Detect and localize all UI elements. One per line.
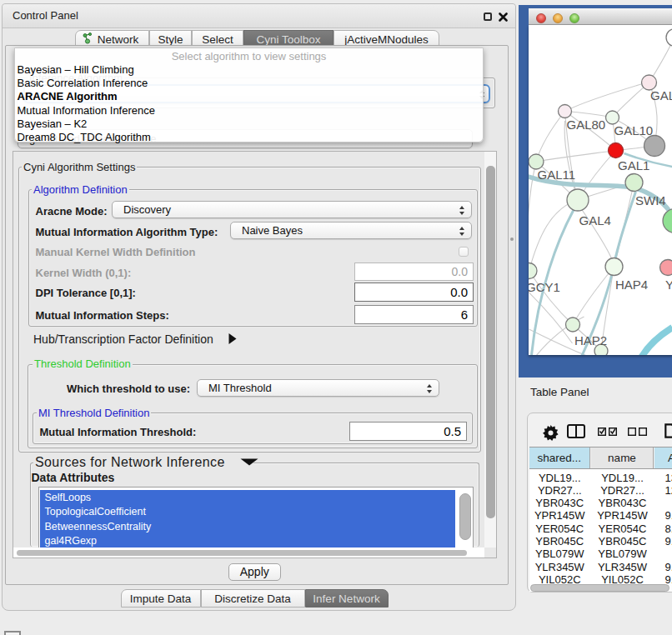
svg-text:HAP2: HAP2 xyxy=(574,333,607,348)
svg-text:GCY1: GCY1 xyxy=(529,280,560,294)
svg-text:GAL80: GAL80 xyxy=(566,118,605,132)
svg-text:GAL7: GAL7 xyxy=(650,88,672,102)
svg-text:Y: Y xyxy=(665,278,672,292)
svg-text:GAL11: GAL11 xyxy=(537,168,575,182)
svg-text:GAL10: GAL10 xyxy=(614,123,653,138)
svg-text:GAL4: GAL4 xyxy=(579,213,610,228)
svg-text:HAP4: HAP4 xyxy=(615,278,648,292)
svg-text:SWI4: SWI4 xyxy=(635,193,666,208)
svg-text:GAL1: GAL1 xyxy=(618,158,649,172)
